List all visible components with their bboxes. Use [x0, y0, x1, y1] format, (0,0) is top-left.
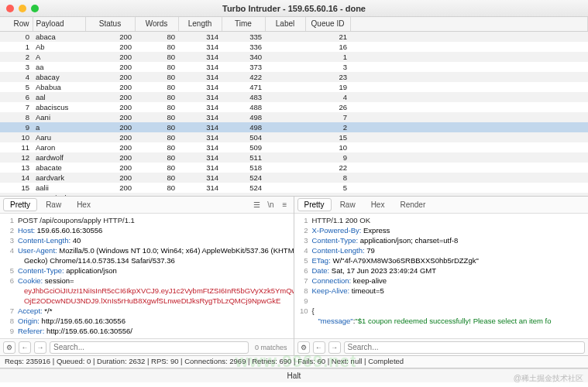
next-match-icon[interactable]: →: [34, 341, 46, 354]
table-row[interactable]: 13abacate2008031451822: [0, 163, 588, 173]
table-row[interactable]: 0abaca2008031433521: [0, 31, 588, 42]
response-tabs: Pretty Raw Hex Render: [294, 197, 589, 214]
next-match-icon[interactable]: →: [328, 341, 341, 354]
response-code[interactable]: 1HTTP/1.1 200 OK2X-Powered-By: Express3C…: [294, 214, 589, 338]
response-pane: Pretty Raw Hex Render 1HTTP/1.1 200 OK2X…: [294, 197, 589, 355]
table-row[interactable]: 7abaciscus2008031448826: [0, 102, 588, 112]
tab-render[interactable]: Render: [393, 198, 432, 211]
table-row[interactable]: 4abacay2008031442223: [0, 72, 588, 82]
request-code[interactable]: 1POST /api/coupons/apply HTTP/1.12Host: …: [0, 214, 294, 338]
table-row[interactable]: 15aalii200803145245: [0, 183, 588, 193]
table-row[interactable]: 1Ab2008031433616: [0, 42, 588, 52]
settings-icon[interactable]: ⚙: [3, 341, 15, 354]
tab-pretty[interactable]: Pretty: [297, 198, 332, 211]
tab-raw[interactable]: Raw: [333, 198, 363, 211]
results-table-wrap: RowPayloadStatusWordsLengthTimeLabelQueu…: [0, 17, 588, 197]
settings-icon[interactable]: ⚙: [297, 341, 310, 354]
request-search: ⚙ ← → 0 matches: [0, 338, 294, 355]
table-row[interactable]: 8Aani200803144987: [0, 112, 588, 122]
titlebar: Turbo Intruder - 159.65.60.16 - done: [0, 0, 588, 17]
newline-icon[interactable]: \n: [266, 200, 277, 211]
table-row[interactable]: 11Aaron2008031450910: [0, 142, 588, 152]
col-time[interactable]: Time: [222, 17, 265, 31]
tab-hex[interactable]: Hex: [70, 198, 98, 211]
actions-icon[interactable]: ☰: [252, 200, 263, 211]
col-queue-id[interactable]: Queue ID: [305, 17, 350, 31]
halt-button[interactable]: Halt: [0, 368, 588, 382]
results-table[interactable]: RowPayloadStatusWordsLengthTimeLabelQueu…: [0, 17, 588, 197]
window-title: Turbo Intruder - 159.65.60.16 - done: [0, 4, 588, 13]
search-input[interactable]: [50, 341, 249, 354]
table-row[interactable]: 5Ababua2008031447119: [0, 82, 588, 92]
status-bar: Reqs: 235916 | Queued: 0 | Duration: 263…: [0, 356, 588, 368]
match-count: 0 matches: [252, 344, 291, 351]
table-row[interactable]: 3aa200803143733: [0, 62, 588, 72]
request-pane: Pretty Raw Hex ☰ \n ≡ 1POST /api/coupons…: [0, 197, 294, 355]
wrap-icon[interactable]: ≡: [280, 200, 291, 211]
col-status[interactable]: Status: [85, 17, 135, 31]
table-row[interactable]: 2A200803143401: [0, 52, 588, 62]
col-label[interactable]: Label: [265, 17, 305, 31]
table-row[interactable]: 14aardvark200803145248: [0, 173, 588, 183]
table-row[interactable]: 12aardwolf200803145119: [0, 152, 588, 163]
table-row[interactable]: 6aal200803144834: [0, 92, 588, 102]
table-row[interactable]: 10Aaru2008031450415: [0, 132, 588, 142]
col-words[interactable]: Words: [135, 17, 178, 31]
tab-raw[interactable]: Raw: [39, 198, 68, 211]
col-length[interactable]: Length: [178, 17, 222, 31]
tab-hex[interactable]: Hex: [364, 198, 392, 211]
tab-pretty[interactable]: Pretty: [3, 198, 37, 211]
table-row[interactable]: 9a200803144982: [0, 122, 588, 132]
request-tabs: Pretty Raw Hex ☰ \n ≡: [0, 197, 294, 214]
col-row[interactable]: Row: [0, 17, 33, 31]
col-payload[interactable]: Payload: [33, 17, 85, 31]
search-input[interactable]: [344, 341, 586, 354]
prev-match-icon[interactable]: ←: [313, 341, 325, 354]
response-search: ⚙ ← →: [294, 338, 589, 355]
prev-match-icon[interactable]: ←: [19, 341, 31, 354]
